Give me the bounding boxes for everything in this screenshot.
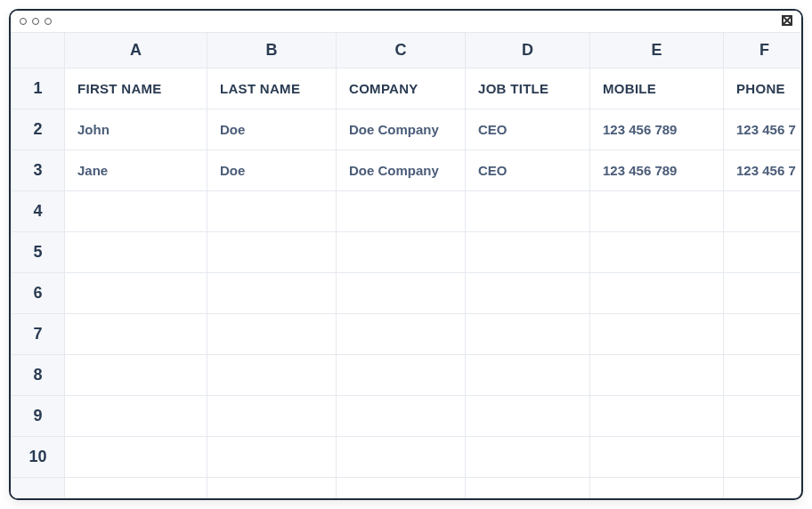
cell-D2[interactable]: CEO (466, 109, 590, 150)
cell-B5[interactable] (207, 232, 337, 273)
cell-F7[interactable] (724, 314, 802, 355)
cell-D4[interactable] (466, 191, 590, 232)
cell-B3[interactable]: Doe (207, 150, 337, 191)
row-header-5[interactable]: 5 (12, 232, 65, 273)
cell-B4[interactable] (207, 191, 337, 232)
row-header-10[interactable]: 10 (12, 437, 65, 478)
cell-B10[interactable] (207, 437, 337, 478)
cell-C3[interactable]: Doe Company (337, 150, 466, 191)
spreadsheet-grid[interactable]: A B C D E F 1 FIRST NAME LAST NAME COMPA… (11, 32, 801, 498)
row-header-2[interactable]: 2 (12, 109, 65, 150)
cell-A4[interactable] (65, 191, 207, 232)
cell-A8[interactable] (65, 355, 207, 396)
cell-C1[interactable]: COMPANY (337, 69, 466, 109)
cell-C6[interactable] (337, 273, 466, 314)
cell-D9[interactable] (466, 396, 590, 437)
row-header-1[interactable]: 1 (12, 69, 65, 109)
column-header-E[interactable]: E (590, 33, 724, 69)
cell-B11[interactable] (207, 478, 337, 499)
cell-B1[interactable]: LAST NAME (207, 69, 337, 109)
window-control-zoom-icon[interactable] (45, 18, 52, 25)
cell-F6[interactable] (724, 273, 802, 314)
cell-E6[interactable] (590, 273, 724, 314)
row-header-4[interactable]: 4 (12, 191, 65, 232)
table-row (12, 478, 802, 499)
cell-A9[interactable] (65, 396, 207, 437)
cell-C11[interactable] (337, 478, 466, 499)
cell-A6[interactable] (65, 273, 207, 314)
cell-F1[interactable]: PHONE (724, 69, 802, 109)
grid-table: A B C D E F 1 FIRST NAME LAST NAME COMPA… (11, 32, 801, 498)
row-header-7[interactable]: 7 (12, 314, 65, 355)
column-header-row: A B C D E F (12, 33, 802, 69)
close-icon[interactable] (782, 13, 792, 29)
cell-B6[interactable] (207, 273, 337, 314)
cell-F11[interactable] (724, 478, 802, 499)
cell-D6[interactable] (466, 273, 590, 314)
cell-A5[interactable] (65, 232, 207, 273)
cell-A11[interactable] (65, 478, 207, 499)
column-header-C[interactable]: C (337, 33, 466, 69)
table-row: 7 (12, 314, 802, 355)
cell-B7[interactable] (207, 314, 337, 355)
cell-E2[interactable]: 123 456 789 (590, 109, 724, 150)
row-header-8[interactable]: 8 (12, 355, 65, 396)
cell-E3[interactable]: 123 456 789 (590, 150, 724, 191)
cell-D5[interactable] (466, 232, 590, 273)
select-all-corner[interactable] (12, 33, 65, 69)
cell-D11[interactable] (466, 478, 590, 499)
cell-F5[interactable] (724, 232, 802, 273)
row-header-3[interactable]: 3 (12, 150, 65, 191)
cell-F9[interactable] (724, 396, 802, 437)
cell-F2[interactable]: 123 456 7 (724, 109, 802, 150)
column-header-D[interactable]: D (466, 33, 590, 69)
cell-D10[interactable] (466, 437, 590, 478)
table-row: 10 (12, 437, 802, 478)
cell-D3[interactable]: CEO (466, 150, 590, 191)
row-header-9[interactable]: 9 (12, 396, 65, 437)
cell-D8[interactable] (466, 355, 590, 396)
cell-E10[interactable] (590, 437, 724, 478)
column-header-A[interactable]: A (65, 33, 207, 69)
cell-A10[interactable] (65, 437, 207, 478)
cell-E11[interactable] (590, 478, 724, 499)
table-row: 1 FIRST NAME LAST NAME COMPANY JOB TITLE… (12, 69, 802, 109)
cell-B2[interactable]: Doe (207, 109, 337, 150)
titlebar (11, 11, 801, 32)
cell-C7[interactable] (337, 314, 466, 355)
cell-C10[interactable] (337, 437, 466, 478)
cell-F3[interactable]: 123 456 7 (724, 150, 802, 191)
row-header-6[interactable]: 6 (12, 273, 65, 314)
cell-E7[interactable] (590, 314, 724, 355)
table-row: 8 (12, 355, 802, 396)
window-controls (20, 18, 52, 25)
row-header-11[interactable] (12, 478, 65, 499)
cell-C9[interactable] (337, 396, 466, 437)
cell-F10[interactable] (724, 437, 802, 478)
cell-E5[interactable] (590, 232, 724, 273)
window-control-minimize-icon[interactable] (32, 18, 39, 25)
cell-A7[interactable] (65, 314, 207, 355)
cell-E9[interactable] (590, 396, 724, 437)
cell-D7[interactable] (466, 314, 590, 355)
cell-E8[interactable] (590, 355, 724, 396)
cell-D1[interactable]: JOB TITLE (466, 69, 590, 109)
window-control-close-icon[interactable] (20, 18, 27, 25)
cell-F8[interactable] (724, 355, 802, 396)
column-header-B[interactable]: B (207, 33, 337, 69)
cell-B8[interactable] (207, 355, 337, 396)
column-header-F[interactable]: F (724, 33, 802, 69)
cell-C5[interactable] (337, 232, 466, 273)
cell-E1[interactable]: MOBILE (590, 69, 724, 109)
cell-E4[interactable] (590, 191, 724, 232)
cell-C8[interactable] (337, 355, 466, 396)
table-row: 9 (12, 396, 802, 437)
cell-A1[interactable]: FIRST NAME (65, 69, 207, 109)
cell-F4[interactable] (724, 191, 802, 232)
cell-A3[interactable]: Jane (65, 150, 207, 191)
cell-A2[interactable]: John (65, 109, 207, 150)
cell-C2[interactable]: Doe Company (337, 109, 466, 150)
cell-B9[interactable] (207, 396, 337, 437)
table-row: 6 (12, 273, 802, 314)
cell-C4[interactable] (337, 191, 466, 232)
